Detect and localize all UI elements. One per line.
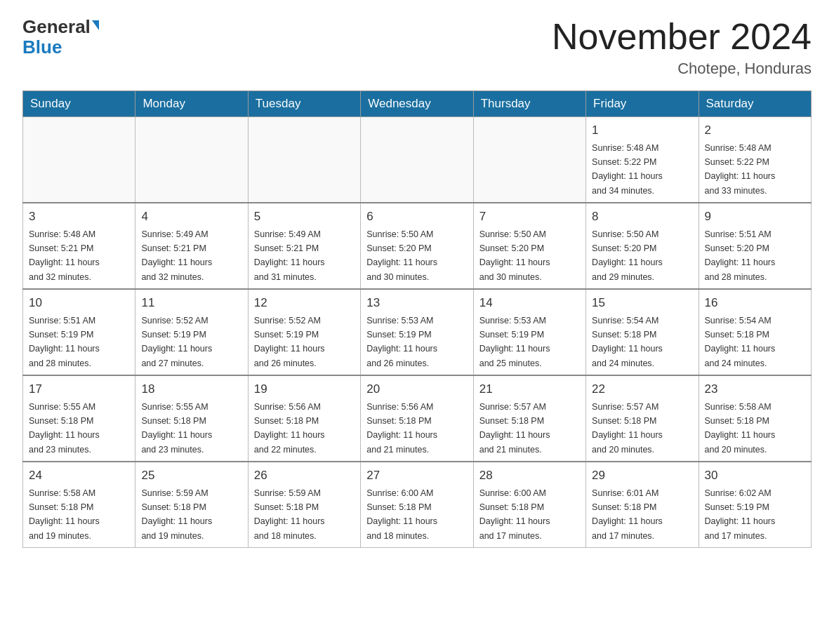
day-info: Sunrise: 5:59 AM Sunset: 5:18 PM Dayligh… [141, 488, 212, 541]
calendar-cell: 7Sunrise: 5:50 AM Sunset: 5:20 PM Daylig… [473, 203, 585, 289]
calendar-cell: 28Sunrise: 6:00 AM Sunset: 5:18 PM Dayli… [473, 462, 585, 548]
calendar-cell: 18Sunrise: 5:55 AM Sunset: 5:18 PM Dayli… [135, 375, 248, 462]
calendar-week-row: 24Sunrise: 5:58 AM Sunset: 5:18 PM Dayli… [23, 462, 812, 548]
calendar-cell: 6Sunrise: 5:50 AM Sunset: 5:20 PM Daylig… [361, 203, 473, 289]
calendar-cell [23, 117, 135, 203]
calendar-cell: 20Sunrise: 5:56 AM Sunset: 5:18 PM Dayli… [361, 375, 473, 462]
day-info: Sunrise: 5:54 AM Sunset: 5:18 PM Dayligh… [592, 316, 663, 368]
day-info: Sunrise: 5:50 AM Sunset: 5:20 PM Dayligh… [479, 229, 550, 282]
page-header: General Blue November 2024 Chotepe, Hond… [22, 17, 812, 78]
day-number: 17 [29, 380, 129, 398]
calendar-cell: 2Sunrise: 5:48 AM Sunset: 5:22 PM Daylig… [699, 117, 811, 203]
day-info: Sunrise: 5:56 AM Sunset: 5:18 PM Dayligh… [254, 402, 325, 455]
calendar-cell: 11Sunrise: 5:52 AM Sunset: 5:19 PM Dayli… [135, 289, 248, 375]
day-number: 16 [705, 294, 805, 312]
day-info: Sunrise: 5:58 AM Sunset: 5:18 PM Dayligh… [705, 402, 776, 455]
weekday-header: Monday [135, 91, 248, 117]
day-number: 24 [29, 467, 129, 485]
day-number: 30 [705, 467, 805, 485]
calendar-cell: 26Sunrise: 5:59 AM Sunset: 5:18 PM Dayli… [248, 462, 360, 548]
day-number: 12 [254, 294, 355, 312]
day-number: 5 [254, 208, 355, 226]
logo-arrow-icon [92, 20, 99, 30]
day-info: Sunrise: 5:53 AM Sunset: 5:19 PM Dayligh… [366, 316, 437, 368]
weekday-header: Thursday [473, 91, 585, 117]
calendar-cell [248, 117, 360, 203]
day-number: 21 [479, 380, 580, 398]
calendar-cell: 5Sunrise: 5:49 AM Sunset: 5:21 PM Daylig… [248, 203, 360, 289]
day-info: Sunrise: 5:53 AM Sunset: 5:19 PM Dayligh… [479, 316, 550, 368]
day-info: Sunrise: 5:48 AM Sunset: 5:21 PM Dayligh… [29, 229, 100, 282]
day-number: 14 [479, 294, 580, 312]
logo: General Blue [22, 17, 99, 57]
calendar-cell [135, 117, 248, 203]
day-info: Sunrise: 6:02 AM Sunset: 5:19 PM Dayligh… [705, 488, 776, 541]
day-number: 22 [592, 380, 692, 398]
calendar-cell: 16Sunrise: 5:54 AM Sunset: 5:18 PM Dayli… [699, 289, 811, 375]
calendar-cell: 14Sunrise: 5:53 AM Sunset: 5:19 PM Dayli… [473, 289, 585, 375]
day-info: Sunrise: 5:51 AM Sunset: 5:19 PM Dayligh… [29, 316, 100, 368]
day-info: Sunrise: 5:49 AM Sunset: 5:21 PM Dayligh… [141, 229, 212, 282]
calendar-week-row: 1Sunrise: 5:48 AM Sunset: 5:22 PM Daylig… [23, 117, 812, 203]
day-info: Sunrise: 5:56 AM Sunset: 5:18 PM Dayligh… [366, 402, 437, 455]
logo-blue-text: Blue [22, 37, 62, 58]
day-number: 7 [479, 208, 580, 226]
page-subtitle: Chotepe, Honduras [552, 60, 812, 78]
day-number: 25 [141, 467, 241, 485]
calendar-cell: 29Sunrise: 6:01 AM Sunset: 5:18 PM Dayli… [586, 462, 699, 548]
calendar-cell: 22Sunrise: 5:57 AM Sunset: 5:18 PM Dayli… [586, 375, 699, 462]
weekday-header: Sunday [23, 91, 135, 117]
day-number: 8 [592, 208, 692, 226]
calendar-cell: 27Sunrise: 6:00 AM Sunset: 5:18 PM Dayli… [361, 462, 473, 548]
day-info: Sunrise: 5:52 AM Sunset: 5:19 PM Dayligh… [141, 316, 212, 368]
logo-general-text: General [22, 17, 91, 37]
day-number: 1 [592, 121, 692, 140]
day-info: Sunrise: 5:48 AM Sunset: 5:22 PM Dayligh… [592, 143, 663, 196]
day-info: Sunrise: 5:52 AM Sunset: 5:19 PM Dayligh… [254, 316, 325, 368]
day-number: 4 [141, 208, 241, 226]
calendar-week-row: 3Sunrise: 5:48 AM Sunset: 5:21 PM Daylig… [23, 203, 812, 289]
day-info: Sunrise: 5:51 AM Sunset: 5:20 PM Dayligh… [705, 229, 776, 282]
calendar-cell: 30Sunrise: 6:02 AM Sunset: 5:19 PM Dayli… [699, 462, 811, 548]
day-info: Sunrise: 5:50 AM Sunset: 5:20 PM Dayligh… [366, 229, 437, 282]
day-info: Sunrise: 5:57 AM Sunset: 5:18 PM Dayligh… [592, 402, 663, 455]
calendar-cell: 3Sunrise: 5:48 AM Sunset: 5:21 PM Daylig… [23, 203, 135, 289]
day-number: 13 [366, 294, 467, 312]
calendar-cell: 15Sunrise: 5:54 AM Sunset: 5:18 PM Dayli… [586, 289, 699, 375]
calendar-cell: 23Sunrise: 5:58 AM Sunset: 5:18 PM Dayli… [699, 375, 811, 462]
calendar-cell: 24Sunrise: 5:58 AM Sunset: 5:18 PM Dayli… [23, 462, 135, 548]
calendar-cell: 8Sunrise: 5:50 AM Sunset: 5:20 PM Daylig… [586, 203, 699, 289]
day-info: Sunrise: 5:59 AM Sunset: 5:18 PM Dayligh… [254, 488, 325, 541]
day-number: 26 [254, 467, 355, 485]
day-info: Sunrise: 5:57 AM Sunset: 5:18 PM Dayligh… [479, 402, 550, 455]
calendar-cell: 4Sunrise: 5:49 AM Sunset: 5:21 PM Daylig… [135, 203, 248, 289]
day-number: 28 [479, 467, 580, 485]
day-info: Sunrise: 5:54 AM Sunset: 5:18 PM Dayligh… [705, 316, 776, 368]
day-number: 6 [366, 208, 467, 226]
day-info: Sunrise: 6:00 AM Sunset: 5:18 PM Dayligh… [479, 488, 550, 541]
calendar-week-row: 17Sunrise: 5:55 AM Sunset: 5:18 PM Dayli… [23, 375, 812, 462]
day-number: 20 [366, 380, 467, 398]
calendar-cell [361, 117, 473, 203]
day-info: Sunrise: 6:00 AM Sunset: 5:18 PM Dayligh… [366, 488, 437, 541]
day-number: 18 [141, 380, 241, 398]
day-number: 29 [592, 467, 692, 485]
weekday-header: Tuesday [248, 91, 360, 117]
calendar-cell: 12Sunrise: 5:52 AM Sunset: 5:19 PM Dayli… [248, 289, 360, 375]
day-info: Sunrise: 5:48 AM Sunset: 5:22 PM Dayligh… [705, 143, 776, 196]
calendar-cell: 21Sunrise: 5:57 AM Sunset: 5:18 PM Dayli… [473, 375, 585, 462]
calendar-cell: 9Sunrise: 5:51 AM Sunset: 5:20 PM Daylig… [699, 203, 811, 289]
day-info: Sunrise: 5:55 AM Sunset: 5:18 PM Dayligh… [141, 402, 212, 455]
calendar-cell: 10Sunrise: 5:51 AM Sunset: 5:19 PM Dayli… [23, 289, 135, 375]
calendar-cell: 19Sunrise: 5:56 AM Sunset: 5:18 PM Dayli… [248, 375, 360, 462]
title-block: November 2024 Chotepe, Honduras [552, 17, 812, 78]
calendar-cell: 1Sunrise: 5:48 AM Sunset: 5:22 PM Daylig… [586, 117, 699, 203]
day-number: 3 [29, 208, 129, 226]
day-info: Sunrise: 5:58 AM Sunset: 5:18 PM Dayligh… [29, 488, 100, 541]
day-number: 10 [29, 294, 129, 312]
day-number: 15 [592, 294, 692, 312]
weekday-header: Saturday [699, 91, 811, 117]
weekday-header: Friday [586, 91, 699, 117]
day-info: Sunrise: 5:49 AM Sunset: 5:21 PM Dayligh… [254, 229, 325, 282]
day-number: 11 [141, 294, 241, 312]
